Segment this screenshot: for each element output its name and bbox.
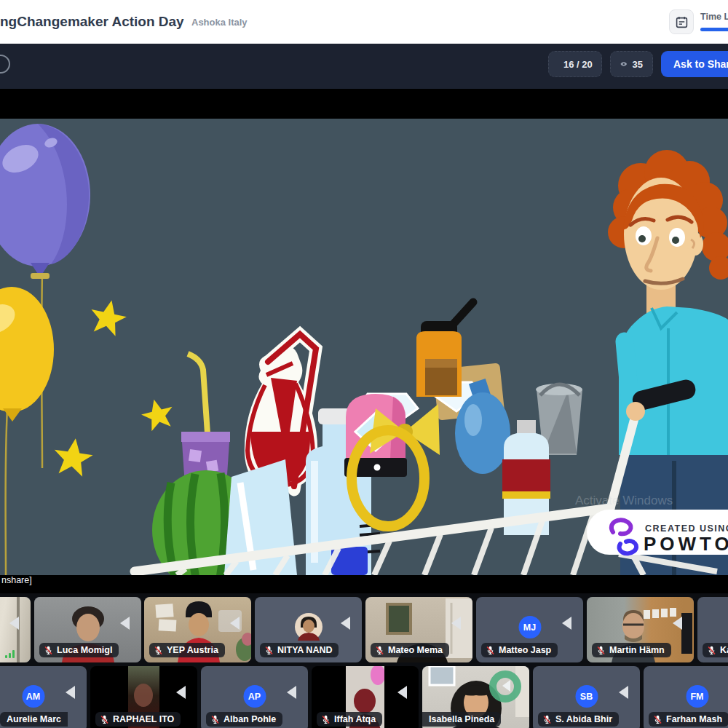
screenshare-animation: Activate Windows CREATED USING POWTOON [0, 119, 728, 575]
avatar: FM [686, 685, 708, 708]
mic-muted-icon [486, 646, 495, 655]
calendar-icon [676, 16, 688, 28]
speaker-icon[interactable] [9, 617, 19, 630]
speaker-icon[interactable] [120, 617, 130, 630]
participant-tile[interactable]: AP Alban Pohle [201, 666, 308, 728]
participant-name-label: Ka [703, 643, 728, 657]
participants-count: 16 / 20 [563, 59, 593, 70]
participant-name-label: Luca Momigl [39, 643, 119, 657]
speaker-icon[interactable] [451, 617, 461, 630]
participant-tile[interactable]: SB S. Abida Bhir [533, 666, 640, 728]
watermark-brand: POWTOON [644, 533, 728, 555]
time-left-label: Time Left [700, 12, 728, 22]
mic-muted-icon [210, 715, 220, 724]
participant-name-label: Aurelie Marc [0, 712, 68, 727]
powtoon-watermark[interactable]: CREATED USING POWTOON [587, 510, 728, 555]
avatar: SB [575, 685, 598, 708]
participants-count-pill[interactable]: 16 / 20 [548, 51, 602, 77]
participant-tile[interactable]: MJ Matteo Jasp [476, 597, 583, 662]
character-hand [626, 402, 645, 421]
participant-tile[interactable] [0, 597, 31, 662]
info-icon[interactable] [0, 55, 10, 74]
activate-windows-watermark: Activate Windows [575, 494, 673, 507]
participant-name-label: S. Abida Bhir [538, 712, 619, 727]
participant-name-label: Matteo Jasp [481, 643, 558, 657]
mic-muted-icon [154, 646, 163, 655]
mic-muted-icon [375, 646, 384, 655]
speaker-icon[interactable] [176, 686, 186, 699]
participant-tile[interactable]: Luca Momigl [34, 597, 141, 662]
participant-tile[interactable]: Martin Hämn [587, 597, 694, 662]
watermark-created-using: CREATED USING [645, 523, 728, 534]
speaker-icon[interactable] [341, 617, 350, 630]
top-header-bar: ngChangemaker Action Day Ashoka Italy Ti… [0, 0, 728, 44]
session-title: ngChangemaker Action Day [0, 14, 184, 30]
participant-tile[interactable]: Ka [697, 597, 728, 662]
participant-name-label: NITYA NAND [260, 643, 339, 657]
signal-strength-icon [5, 650, 15, 658]
participant-tile[interactable]: AM Aurelie Marc [0, 666, 87, 728]
speaker-icon[interactable] [230, 617, 240, 630]
session-toolbar: 16 / 20 35 Ask to Share [0, 44, 728, 89]
participants-strip-row1: Luca Momigl YEP Austria [0, 597, 728, 662]
mic-muted-icon [707, 646, 716, 655]
time-left-progress-bar [700, 28, 728, 31]
organizer-name: Ashoka Italy [191, 17, 248, 28]
screenshare-source-label: nshare] [1, 575, 32, 585]
participant-name-label: Alban Pohle [206, 712, 282, 727]
speaker-icon[interactable] [397, 686, 407, 699]
speaker-icon[interactable] [673, 617, 682, 630]
participant-tile[interactable]: RAPHAEL ITO [90, 666, 197, 728]
mic-muted-icon [542, 715, 552, 724]
participant-tile[interactable]: FM Farhan Mash [644, 666, 728, 728]
speaker-icon[interactable] [562, 617, 571, 630]
ask-to-share-button[interactable]: Ask to Share [661, 51, 728, 77]
photo-avatar [295, 613, 323, 641]
mic-muted-icon [100, 715, 109, 724]
participant-name-label: Iffah Atqa [317, 712, 382, 727]
mic-muted-icon [264, 646, 274, 655]
participant-name-label: YEP Austria [149, 643, 225, 657]
participant-tile[interactable]: Iffah Atqa [312, 666, 419, 728]
mic-muted-icon [44, 646, 53, 655]
participants-strip-row2: AM Aurelie Marc RAPHAEL ITO AP Alban Poh… [0, 666, 728, 728]
participant-name-label: Mateo Mema [371, 643, 449, 657]
speaker-icon[interactable] [502, 680, 510, 692]
viewers-count-pill[interactable]: 35 [610, 51, 653, 77]
schedule-button[interactable] [669, 9, 694, 34]
participant-tile[interactable]: YEP Austria [144, 597, 251, 662]
participant-name-label: Isabella Pineda [422, 712, 501, 727]
participant-name-label: Martin Hämn [592, 643, 671, 657]
viewers-count: 35 [633, 59, 643, 70]
avatar: AP [243, 685, 266, 708]
participant-tile[interactable]: Mateo Mema [365, 597, 472, 662]
mic-muted-icon [596, 646, 606, 655]
participant-name-label: Farhan Mash [649, 712, 728, 727]
participant-tile[interactable]: NITYA NAND [255, 597, 362, 662]
speaker-icon[interactable] [66, 686, 75, 699]
participant-name-label: RAPHAEL ITO [95, 712, 181, 727]
mic-muted-icon [321, 715, 331, 724]
eye-icon [620, 60, 628, 68]
avatar: MJ [518, 616, 541, 638]
avatar: AM [22, 685, 44, 708]
speaker-icon[interactable] [287, 686, 296, 699]
mic-muted-icon [653, 715, 662, 724]
screenshare-stage[interactable]: Activate Windows CREATED USING POWTOON n… [0, 89, 728, 593]
participant-tile[interactable]: Isabella Pineda [422, 666, 529, 728]
speaker-icon[interactable] [619, 686, 628, 699]
